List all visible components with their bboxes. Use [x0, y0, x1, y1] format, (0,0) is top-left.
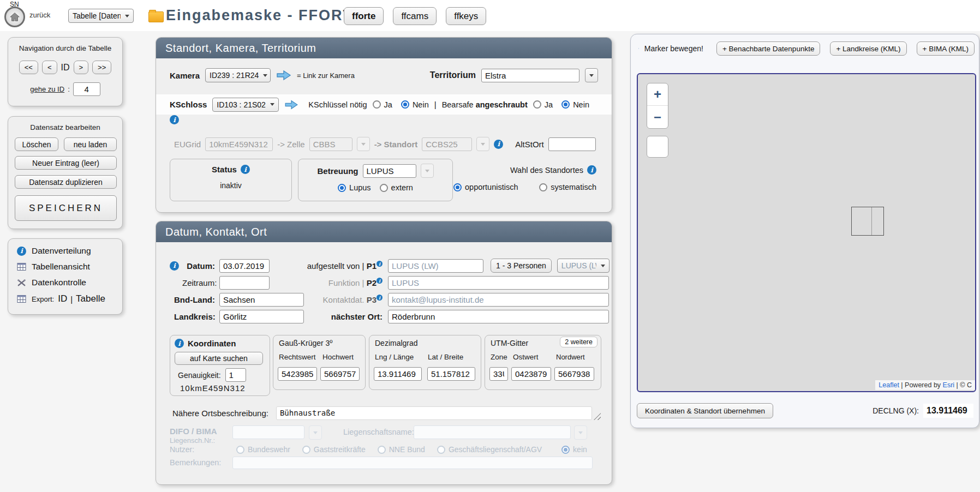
goto-id-link[interactable]: gehe zu ID — [30, 85, 64, 93]
prev-record-button[interactable]: < — [42, 61, 57, 74]
betreuung-extern-radio[interactable] — [380, 184, 388, 192]
export-table-link[interactable]: Tabelle — [76, 293, 105, 304]
kschluessel-label: KSchlüssel nötig — [308, 100, 367, 109]
p1-info-icon[interactable]: i — [377, 261, 383, 267]
table-select[interactable]: Tabelle [Datens — [68, 9, 134, 23]
kschluessel-ja-radio[interactable] — [373, 100, 381, 109]
betreuung-lupus-radio[interactable] — [338, 184, 346, 192]
tab-fforte[interactable]: fforte — [344, 7, 384, 25]
kamera-select[interactable]: ID239 : 21R24 — [205, 68, 271, 82]
altstort-input[interactable] — [548, 137, 596, 151]
apply-coordinates-button[interactable]: Koordinaten & Standort übernehmen — [637, 403, 773, 418]
datum-input[interactable] — [219, 259, 270, 273]
first-record-button[interactable]: << — [19, 61, 38, 74]
wahl-info-icon[interactable]: i — [587, 165, 596, 175]
p1-select[interactable]: LUPUS (LW — [557, 259, 609, 273]
territorium-input[interactable] — [481, 69, 579, 82]
landkreise-kml-button[interactable]: + Landkreise (KML) — [830, 41, 906, 56]
dez-lng-input[interactable] — [374, 367, 422, 381]
zeitraum-input[interactable] — [219, 276, 270, 290]
personen-button[interactable]: 1 - 3 Personen — [491, 259, 552, 273]
map-layers-button[interactable] — [647, 136, 668, 158]
last-record-button[interactable]: >> — [92, 61, 111, 74]
p2-info-icon[interactable]: i — [377, 278, 383, 284]
new-entry-button[interactable]: Neuer Eintrag (leer) — [15, 156, 117, 170]
betreuung-extern-label[interactable]: extern — [391, 183, 413, 192]
menu-item-tabellenansicht[interactable]: Tabellenansicht — [17, 262, 90, 272]
p1-input[interactable] — [388, 259, 483, 273]
ort-input[interactable] — [388, 310, 609, 323]
territorium-dropdown-button[interactable] — [585, 68, 598, 82]
kschluessel-nein-radio[interactable] — [401, 100, 409, 109]
tab-ffcams[interactable]: ffcams — [393, 7, 437, 25]
p2-input[interactable] — [388, 276, 609, 290]
utm-zone-input[interactable] — [489, 367, 508, 381]
next-record-button[interactable]: > — [74, 61, 89, 74]
betreuung-input[interactable] — [363, 164, 416, 178]
p1-select-value: LUPUS (LW — [561, 261, 596, 270]
kschluessel-nein-label[interactable]: Nein — [413, 100, 429, 109]
utm-nordwert-input[interactable] — [554, 367, 594, 381]
wahl-opportunistisch-label[interactable]: opportunistisch — [465, 183, 518, 191]
datum-info-icon[interactable]: i — [170, 261, 179, 271]
bearsafe-ja-label[interactable]: Ja — [545, 100, 553, 109]
betreuung-lupus-label[interactable]: Lupus — [349, 183, 371, 192]
koordinaten-info-icon[interactable]: i — [175, 339, 184, 348]
leaflet-link[interactable]: Leaflet — [879, 381, 899, 389]
ortsbeschreibung-label: Nähere Ortsbeschreibung: — [172, 409, 268, 418]
ortsbeschreibung-input[interactable] — [276, 406, 592, 420]
bndland-input[interactable] — [219, 293, 304, 307]
landkreis-input[interactable] — [219, 310, 304, 323]
wahl-opportunistisch-radio[interactable] — [453, 183, 462, 191]
map-canvas[interactable]: + − Leaflet | Powered by Esri | © C — [637, 73, 976, 392]
p3-info-icon[interactable]: i — [377, 295, 383, 301]
delete-button[interactable]: Löschen — [15, 137, 58, 151]
tab-ffkeys[interactable]: ffkeys — [446, 7, 486, 25]
gk-hochwert-input[interactable] — [320, 367, 360, 381]
bearsafe-ja-radio[interactable] — [533, 100, 541, 109]
neighbors-button[interactable]: + Benachbarte Datenpunkte — [716, 41, 821, 56]
standort-input — [422, 137, 472, 151]
kschloss-select-value: ID103 : 21S02 — [217, 100, 266, 109]
goto-id-input[interactable] — [73, 82, 100, 96]
bima-kml-button[interactable]: + BIMA (KML) — [917, 41, 975, 56]
gk-box: Gauß-Krüger 3º Rechtswert Hochwert — [273, 335, 366, 390]
esri-link[interactable]: Esri — [943, 381, 955, 389]
menu-item-datenkontrolle[interactable]: Datenkontrolle — [17, 278, 86, 287]
gk-rechtswert-input[interactable] — [278, 367, 317, 381]
export-id-link[interactable]: ID — [58, 293, 67, 304]
utm-more-button[interactable]: 2 weitere — [560, 337, 597, 347]
utm-ostwert-input[interactable] — [511, 367, 551, 381]
save-button[interactable]: SPEICHERN — [15, 195, 117, 221]
reload-button[interactable]: neu laden — [64, 137, 117, 151]
menu-item-datenverteilung[interactable]: i Datenverteilung — [17, 246, 91, 256]
wahl-systematisch-radio[interactable] — [539, 183, 547, 191]
back-link[interactable]: zurück — [29, 11, 50, 19]
dez-lat-input[interactable] — [427, 367, 475, 381]
standort-info-icon[interactable]: i — [494, 140, 503, 149]
map-search-button[interactable]: auf Karte suchen — [175, 352, 263, 365]
bearsafe-nein-label[interactable]: Nein — [573, 100, 589, 109]
home-button[interactable] — [4, 7, 25, 27]
zelle-dropdown-button — [357, 137, 370, 151]
page-title: Eingabemaske - FFORTE — [166, 7, 364, 24]
wahl-systematisch-label[interactable]: systematisch — [551, 183, 596, 191]
kschloss-select[interactable]: ID103 : 21S02 — [212, 98, 279, 112]
app-root: SN zurück Tabelle [Datens Eingabemaske -… — [0, 0, 980, 492]
status-info-icon[interactable]: i — [241, 165, 250, 174]
resize-grip-icon[interactable] — [594, 413, 601, 420]
genauigkeit-input[interactable] — [225, 368, 246, 382]
zoom-out-button[interactable]: − — [647, 106, 668, 128]
bearsafe-nein-radio[interactable] — [561, 100, 570, 109]
kschluessel-ja-label[interactable]: Ja — [384, 100, 392, 109]
betreuung-dropdown-button[interactable] — [421, 164, 434, 178]
duplicate-button[interactable]: Datensatz duplizieren — [15, 175, 117, 189]
kschloss-info-icon[interactable]: i — [170, 115, 179, 124]
bearsafe-label: Bearsafe angeschraubt — [442, 100, 528, 109]
bearsafe-bold: angeschraubt — [476, 100, 528, 109]
section-standort: Standort, Kamera, Territorium Kamera ID2… — [156, 37, 612, 213]
p3-input[interactable] — [388, 293, 609, 307]
zoom-in-button[interactable]: + — [647, 83, 668, 106]
link-arrow-icon[interactable] — [276, 70, 291, 81]
link-arrow-icon[interactable] — [284, 100, 298, 110]
